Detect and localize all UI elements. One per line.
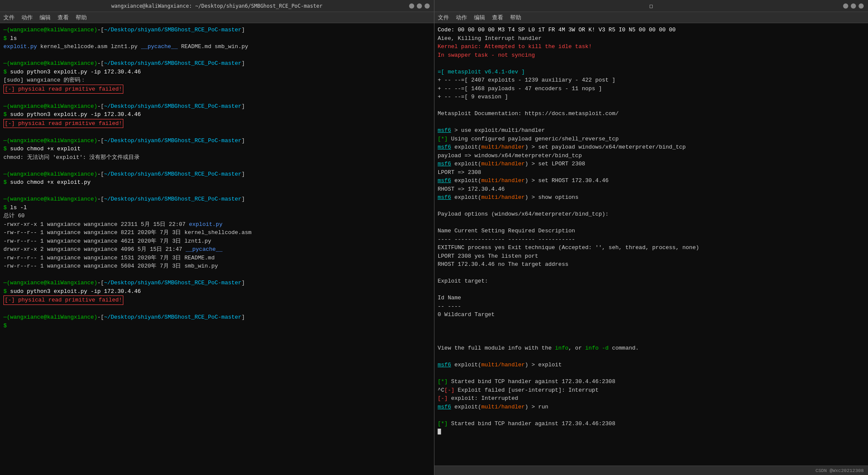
msf-plus1: + -- --=[ 2407 exploits - 1239 auxiliary…: [438, 76, 865, 85]
win-ctrl-r1: [843, 3, 848, 9]
msf-out2: payload => windows/x64/meterpreter/bind_…: [438, 152, 865, 160]
menu-file-right[interactable]: 文件: [438, 14, 449, 21]
right-title: □: [650, 3, 653, 9]
table-row-rhost: RHOST 172.30.4.46 no The target address: [438, 260, 865, 269]
sudo-password-prompt: [sudo] wangxiance 的密码：: [3, 76, 431, 85]
msf-out4: RHOST => 172.30.4.46: [438, 185, 865, 194]
msf-cmd2: msf6 exploit(multi/handler) > set payloa…: [438, 143, 865, 152]
prompt-line-7: ─(wangxiance@kaliWangxiance)-[~/Desktop/…: [3, 279, 431, 287]
ls-output: exploit.py kernel_shellcode.asm lznt1.py…: [3, 43, 431, 51]
cmd-sudo2: $ sudo python3 exploit.py -ip 172.30.4.4…: [3, 110, 431, 119]
et-sep: -- ----: [438, 302, 865, 311]
win-ctrl-3: [425, 3, 430, 9]
msf-out3: LPORT => 2308: [438, 168, 865, 177]
prompt-line-8: ─(wangxiance@kaliWangxiance)-[~/Desktop/…: [3, 313, 431, 322]
left-panel: wangxiance@kaliWangxiance: ~/Desktop/shi…: [0, 0, 434, 475]
prompt-line-1: ─(wangxiance@kaliWangxiance)-[~/Desktop/…: [3, 26, 431, 34]
msf-cmd3: msf6 exploit(multi/handler) > set LPORT …: [438, 160, 865, 168]
file-exploit: -rwxr-xr-x 1 wangxiance wangxiance 22311…: [3, 220, 431, 229]
cmd-ls-l: $ ls -l: [3, 204, 431, 212]
interrupt-line: ^C[-] Exploit failed [user-interrupt]: I…: [438, 386, 865, 395]
right-terminal[interactable]: Code: 00 00 00 00 M3 T4 SP L0 1T FR 4M 3…: [434, 23, 868, 466]
cmd-chmod2: $ sudo chmod +x exploit.py: [3, 178, 431, 187]
swapper-line: In swapper task - not syncing: [438, 51, 865, 60]
menu-edit-right[interactable]: 编辑: [474, 14, 485, 21]
kernel-panic: Kernel panic: Attempted to kill the idle…: [438, 43, 865, 51]
table-row-exitfunc: EXITFUNC process yes Exit technique (Acc…: [438, 244, 865, 252]
left-title-bar: wangxiance@kaliWangxiance: ~/Desktop/shi…: [0, 0, 434, 12]
status-bar: CSDN @Wxc20212308: [434, 466, 868, 475]
msf-banner: =[ metasploit v6.4.1-dev ]: [438, 68, 865, 76]
menu-help-right[interactable]: 帮助: [510, 14, 521, 21]
prompt-line-6: ─(wangxiance@kaliWangxiance)-[~/Desktop/…: [3, 195, 431, 204]
exploit-target-header: Exploit target:: [438, 277, 865, 286]
interrupted-line: [-] exploit: Interrupted: [438, 394, 865, 403]
cmd-final: $: [3, 322, 431, 330]
error-box-2: [-] physical read primitive failed!: [3, 119, 123, 128]
win-ctrl-2: [417, 3, 422, 9]
msf-plus3: + -- --=[ 9 evasion ]: [438, 93, 865, 101]
win-ctrl-r3: [859, 3, 864, 9]
left-title: wangxiance@kaliWangxiance: ~/Desktop/shi…: [111, 3, 322, 9]
status-text: CSDN @Wxc20212308: [816, 468, 864, 473]
et-row: 0 Wildcard Target: [438, 311, 865, 319]
error-box-3: [-] physical read primitive failed!: [3, 295, 123, 305]
menu-action-left[interactable]: 动作: [21, 14, 33, 21]
cmd-ls: $ ls: [3, 34, 431, 43]
msf-cmd6: msf6 exploit(multi/handler) > exploit: [438, 361, 865, 369]
msf-cmd7: msf6 exploit(multi/handler) > run: [438, 403, 865, 411]
msf-plus2: + -- --=[ 1468 payloads - 47 encoders - …: [438, 85, 865, 93]
msf-cmd1: msf6 > use exploit/multi/handler: [438, 126, 865, 135]
aiee-line: Aiee, Killing Interrupt handler: [438, 34, 865, 43]
cmd-sudo1: $ sudo python3 exploit.py -ip 172.30.4.4…: [3, 68, 431, 76]
et-header: Id Name: [438, 294, 865, 302]
msf-out1: [*] Using configured payload generic/she…: [438, 135, 865, 143]
menu-edit-left[interactable]: 编辑: [40, 14, 51, 21]
chmod-error: chmod: 无法访问 'exploit': 没有那个文件或目录: [3, 153, 431, 162]
file-kernel: -rw-r--r-- 1 wangxiance wangxiance 8221 …: [3, 228, 431, 237]
started-bind-2: [*] Started bind TCP handler against 172…: [438, 420, 865, 428]
cursor-line: █: [438, 428, 865, 436]
menu-action-right[interactable]: 动作: [456, 14, 467, 21]
file-pycache: drwxr-xr-x 2 wangxiance wangxiance 4096 …: [3, 245, 431, 254]
table-sep: ---- --------------- -------- ----------…: [438, 235, 865, 244]
left-terminal[interactable]: ─(wangxiance@kaliWangxiance)-[~/Desktop/…: [0, 23, 434, 475]
prompt-line-5: ─(wangxiance@kaliWangxiance)-[~/Desktop/…: [3, 170, 431, 179]
prompt-line-3: ─(wangxiance@kaliWangxiance)-[~/Desktop/…: [3, 102, 431, 111]
cmd-chmod1: $ sudo chmod +x exploit: [3, 145, 431, 153]
menu-view-left[interactable]: 查看: [58, 14, 69, 21]
file-lznt1: -rw-r--r-- 1 wangxiance wangxiance 4621 …: [3, 237, 431, 246]
error-box-1: [-] physical read primitive failed!: [3, 85, 123, 94]
started-bind-1: [*] Started bind TCP handler against 172…: [438, 378, 865, 386]
menu-file-left[interactable]: 文件: [3, 14, 15, 21]
prompt-line-4: ─(wangxiance@kaliWangxiance)-[~/Desktop/…: [3, 137, 431, 145]
menu-view-right[interactable]: 查看: [492, 14, 503, 21]
left-menu-bar: 文件 动作 编辑 查看 帮助: [0, 12, 434, 23]
msf-cmd5: msf6 exploit(multi/handler) > show optio…: [438, 193, 865, 202]
table-row-lport: LPORT 2308 yes The listen port: [438, 252, 865, 261]
msf-cmd4: msf6 exploit(multi/handler) > set RHOST …: [438, 177, 865, 185]
ls-l-total: 总计 60: [3, 212, 431, 220]
menu-help-left[interactable]: 帮助: [76, 14, 87, 21]
file-smbwin: -rw-r--r-- 1 wangxiance wangxiance 5604 …: [3, 262, 431, 271]
right-title-bar: □: [434, 0, 868, 12]
right-panel: □ 文件 动作 编辑 查看 帮助 Code: 00 00 00 00 M3 T4…: [434, 0, 868, 475]
cmd-sudo3: $ sudo python3 exploit.py -ip 172.30.4.4…: [3, 287, 431, 296]
right-menu-bar: 文件 动作 编辑 查看 帮助: [434, 12, 868, 23]
payload-header: Payload options (windows/x64/meterpreter…: [438, 210, 865, 219]
view-info-line: View the full module info with the info,…: [438, 344, 865, 353]
file-readme: -rw-r--r-- 1 wangxiance wangxiance 1531 …: [3, 254, 431, 262]
table-header: Name Current Setting Required Descriptio…: [438, 227, 865, 235]
win-ctrl-1: [409, 3, 414, 9]
prompt-line-2: ─(wangxiance@kaliWangxiance)-[~/Desktop/…: [3, 59, 431, 68]
win-ctrl-r2: [851, 3, 856, 9]
msf-docs: Metasploit Documentation: https://docs.m…: [438, 110, 865, 118]
kernel-code: Code: 00 00 00 00 M3 T4 SP L0 1T FR 4M 3…: [438, 26, 865, 34]
